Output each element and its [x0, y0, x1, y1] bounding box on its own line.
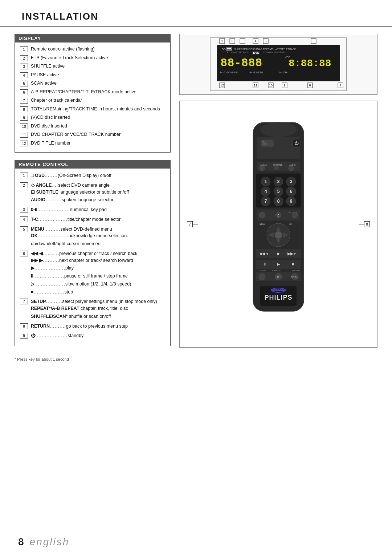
remote-item: 6 ◀◀ ◀..........previous chapter or trac… — [20, 250, 165, 296]
svg-text:PAUSE: PAUSE — [244, 48, 252, 50]
remote-item-text: SETUP..........select player settings me… — [31, 298, 157, 305]
svg-text:MENU: MENU — [260, 223, 265, 225]
svg-rect-73 — [274, 167, 278, 169]
display-item: 2 FTS (Favourite Track Selection) active — [20, 55, 165, 61]
remote-section-header: REMOTE CONTROL — [15, 160, 170, 169]
remote-subitem: ▷...................slow motion (1/2, 1/… — [31, 281, 165, 288]
remote-item-text: ⏻ ...................standby — [31, 332, 83, 339]
remote-item: 4 T-C..................title/chapter mod… — [20, 216, 165, 223]
svg-text:4: 4 — [264, 189, 267, 194]
item-text: A-B REPEAT/CHAPTER/TITLE/TRACK mode acti… — [31, 89, 165, 96]
svg-text:1·: 1· — [220, 71, 222, 74]
remote-item-number: 4 — [20, 216, 28, 222]
svg-point-135 — [279, 289, 282, 291]
svg-text:6: 6 — [313, 39, 314, 43]
svg-text:DVD: DVD — [253, 51, 260, 54]
display-item: 1 Remote control active (flashing) — [20, 46, 165, 53]
remote-item: 1 □ OSD........(On-Screen Display) on/of… — [20, 172, 165, 179]
remote-section-body: 1 □ OSD........(On-Screen Display) on/of… — [15, 169, 170, 346]
display-item: 9 (V)CD disc inserted — [20, 114, 165, 121]
remote-subitem: REPEAT*/A-B REPEAT chapter, track, title… — [31, 305, 165, 312]
item-number: 11 — [20, 132, 28, 138]
remote-item-number: 3 — [20, 207, 28, 212]
display-panel-svg: 1 2 3 4 5 6 OO FTS SHUFFLE PAUSE — [209, 37, 347, 92]
item-text: DVD TITLE number — [31, 140, 165, 147]
item-text: Chapter or track calendar — [31, 97, 165, 104]
svg-point-132 — [273, 289, 275, 291]
svg-text:0: 0 — [277, 214, 279, 217]
svg-text:▶: ▶ — [277, 262, 280, 266]
item-number: 8 — [20, 106, 28, 112]
item-number: 12 — [20, 141, 28, 146]
svg-text:TITLE: TITLE — [281, 48, 288, 50]
svg-text:12: 12 — [220, 84, 224, 87]
display-item: 6 A-B REPEAT/CHAPTER/TITLE/TRACK mode ac… — [20, 89, 165, 96]
page-number: 8 — [18, 536, 24, 548]
display-section-body: 1 Remote control active (flashing) 2 FTS… — [15, 42, 170, 152]
item-number: 3 — [20, 64, 28, 69]
svg-text:9: 9 — [290, 198, 292, 204]
remote-item-text: □ OSD........(On-Screen Display) on/off — [31, 172, 111, 179]
footnote: * Press key for about 1 second — [0, 357, 392, 361]
remote-item: 9 ⏻ ...................standby — [20, 332, 165, 339]
right-column: 1 2 3 4 5 6 OO FTS SHUFFLE PAUSE — [179, 34, 377, 353]
page-footer: 8 english — [0, 536, 392, 548]
svg-text:10: 10 — [269, 84, 273, 87]
remote-item-number: 6 — [20, 251, 28, 256]
svg-text:88-888: 88-888 — [220, 56, 262, 70]
remote-item-text: MENU..........select DVD-defined menu — [31, 226, 112, 233]
item-text: SCAN active — [31, 80, 165, 87]
item-number: 6 — [20, 89, 28, 95]
svg-text:8: 8 — [277, 198, 279, 204]
svg-text:▶: ▶ — [294, 252, 296, 255]
svg-text:■: ■ — [292, 262, 294, 266]
svg-text:7: 7 — [339, 84, 341, 87]
svg-text:2: 2 — [231, 39, 233, 43]
svg-text:4: 4 — [254, 39, 256, 43]
item-text: Remote control active (flashing) — [31, 46, 165, 53]
display-item: 3 SHUFFLE active — [20, 63, 165, 70]
svg-text:7: 7 — [264, 198, 267, 204]
item-number: 10 — [20, 123, 28, 129]
svg-text:5: 5 — [277, 189, 279, 194]
display-item: 11 DVD CHAPTER or VCD/CD TRACK number — [20, 131, 165, 138]
svg-text:3: 3 — [241, 39, 243, 43]
item-text: (V)CD disc inserted — [31, 114, 165, 121]
item-number: 4 — [20, 72, 28, 78]
svg-text:◀: ◀ — [266, 252, 268, 255]
svg-point-60 — [260, 122, 297, 137]
svg-text:PHILIPS: PHILIPS — [264, 294, 292, 301]
display-item: 4 PAUSE active — [20, 72, 165, 78]
svg-point-74 — [289, 166, 294, 171]
svg-text:TIME: TIME — [279, 51, 285, 53]
remote-subitem: up/down/left/right cursor movement — [31, 240, 165, 247]
remote-item-text: T-C..................title/chapter mode … — [31, 216, 121, 223]
svg-text:CHAPTER: CHAPTER — [231, 51, 242, 53]
display-item: 7 Chapter or track calendar — [20, 97, 165, 104]
remote-item-text: ◇ ANGLE....select DVD camera angle — [31, 182, 110, 189]
display-section-header: DISPLAY — [15, 34, 170, 42]
item-number: 1 — [20, 46, 28, 52]
remote-subitem: ▶▶ ▶..........next chapter or track/ sea… — [31, 257, 165, 264]
svg-point-137 — [284, 289, 286, 291]
svg-text:A-B REPEAT: A-B REPEAT — [272, 270, 282, 272]
page-header: INSTALLATION — [0, 0, 392, 27]
item-text: FTS (Favourite Track Selection) active — [31, 55, 165, 61]
svg-point-133 — [275, 289, 277, 291]
svg-point-100 — [292, 212, 298, 218]
remote-item-number: 9 — [20, 333, 28, 339]
svg-text:TRACK: TRACK — [241, 51, 249, 53]
item-number: 9 — [20, 115, 28, 121]
remote-subitem: AUDIO..........spoken language selector — [31, 197, 165, 203]
svg-text:A-B REPEAT: A-B REPEAT — [258, 48, 272, 50]
svg-text:▶: ▶ — [277, 251, 280, 256]
remote-item-text: ◀◀ ◀..........previous chapter or track … — [31, 250, 138, 257]
item-number: 7 — [20, 98, 28, 104]
svg-text:8:88:88: 8:88:88 — [289, 58, 331, 69]
svg-point-97 — [259, 212, 265, 218]
svg-text:·14·15+: ·14·15+ — [278, 71, 287, 74]
remote-subitem: ▶...................play — [31, 265, 165, 272]
display-item: 8 TOTAL/REMaining/TRACK TIME in hours, m… — [20, 106, 165, 113]
svg-point-108 — [275, 231, 282, 239]
remote-item: 3 0-9....................numerical key p… — [20, 206, 165, 213]
